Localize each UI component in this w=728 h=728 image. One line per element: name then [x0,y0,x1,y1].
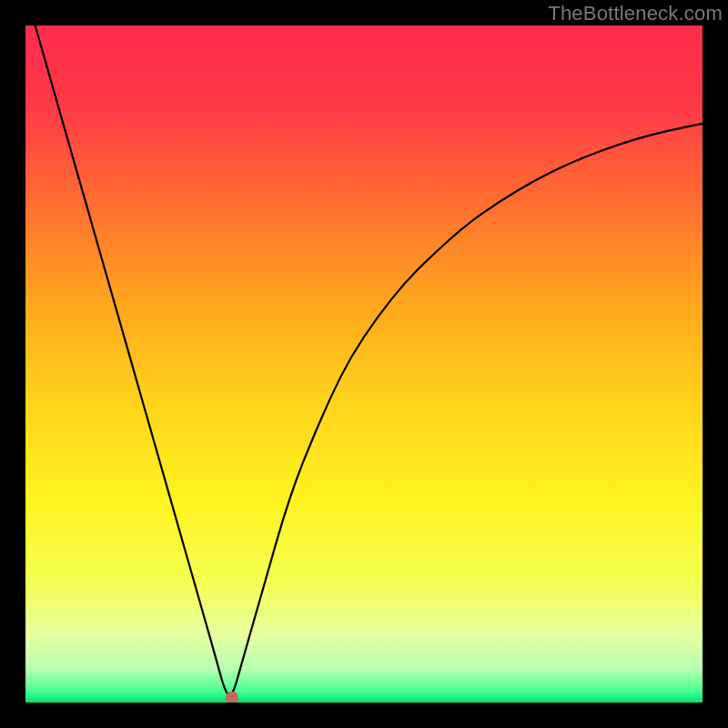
watermark-text: TheBottleneck.com [548,2,723,25]
chart-svg [25,25,703,703]
gradient-background [25,25,703,703]
plot-area [25,25,703,703]
chart-frame: TheBottleneck.com [0,0,728,728]
